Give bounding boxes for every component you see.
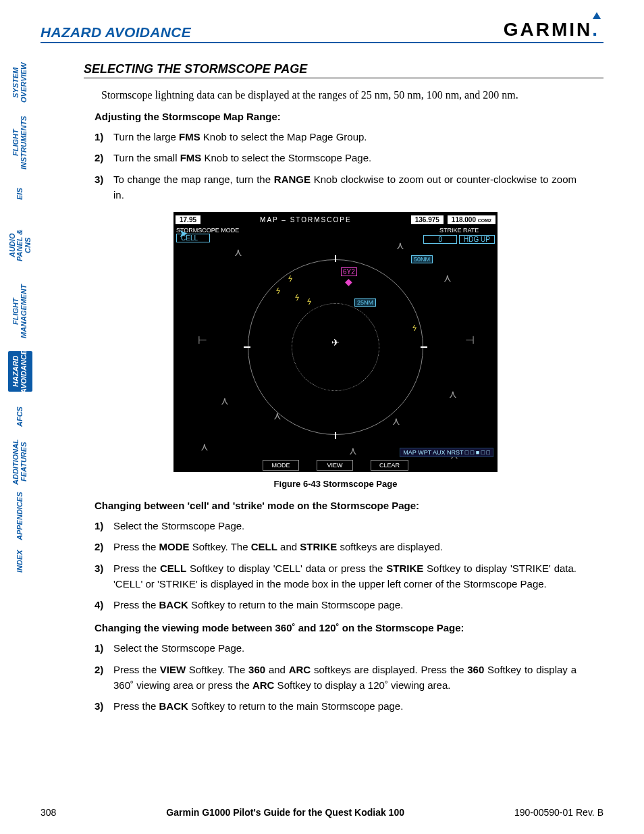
tab-index[interactable]: INDEX <box>8 550 32 573</box>
tab-audio-panel-cns[interactable]: AUDIO PANEL & CNS <box>8 219 32 271</box>
procedure2-steps: 1)Select the Stormscope Page. 2)Press th… <box>95 518 576 613</box>
tab-system-overview[interactable]: SYSTEM OVERVIEW <box>8 62 32 103</box>
procedure1-steps: 1)Turn the large FMS Knob to select the … <box>95 129 576 203</box>
rate-box: STRIKE RATE 0 HDG UP <box>423 227 495 244</box>
footer-title: Garmin G1000 Pilot's Guide for the Quest… <box>166 807 404 818</box>
tab-eis[interactable]: EIS <box>8 182 32 205</box>
heading-icon: ➤ <box>179 227 188 240</box>
page-footer: 308 Garmin G1000 Pilot's Guide for the Q… <box>41 807 603 818</box>
nav-strip: MAP WPT AUX NRST □ □ ■ □ □ <box>400 448 493 457</box>
tab-appendices[interactable]: APPENDICES <box>8 496 32 536</box>
freq-left: 17.95 <box>175 215 201 225</box>
softkey-view[interactable]: VIEW <box>317 460 353 471</box>
freq-right1: 136.975 <box>410 215 444 225</box>
procedure3-title: Changing the viewing mode between 360˚ a… <box>95 622 603 633</box>
procedure2-title: Changing between 'cell' and 'strike' mod… <box>95 500 603 511</box>
range-inner-label: 25NM <box>354 298 376 307</box>
map-title: MAP – STORMSCOPE <box>201 216 410 224</box>
tab-flight-instruments[interactable]: FLIGHT INSTRUMENTS <box>8 116 32 169</box>
section-header: HAZARD AVOIDANCE <box>41 24 191 41</box>
procedure1-title: Adjusting the Stormscope Map Range: <box>95 111 603 122</box>
tab-flight-management[interactable]: FLIGHT MANAGEMENT <box>8 285 32 338</box>
aircraft-icon: ✈ <box>331 337 340 348</box>
stormscope-figure: 17.95 MAP – STORMSCOPE 136.975 118.000 C… <box>173 212 498 472</box>
softkey-mode[interactable]: MODE <box>263 460 299 471</box>
page-number: 308 <box>41 807 56 818</box>
softkey-clear[interactable]: CLEAR <box>371 460 408 471</box>
softkey-row: MODE VIEW CLEAR <box>173 460 498 471</box>
intro-text: Stormscope lightning data can be display… <box>101 89 603 101</box>
tab-afcs[interactable]: AFCS <box>8 405 32 428</box>
side-tabs: SYSTEM OVERVIEWFLIGHT INSTRUMENTSEISAUDI… <box>8 62 32 573</box>
footer-rev: 190-00590-01 Rev. B <box>514 807 603 818</box>
procedure3-steps: 1)Select the Stormscope Page. 2)Press th… <box>95 640 576 714</box>
range-outer-label: 50NM <box>411 255 433 263</box>
figure-caption: Figure 6-43 Stormscope Page <box>274 479 398 489</box>
tab-hazard-avoidance[interactable]: HAZARD AVOIDANCE <box>8 351 32 392</box>
freq-right2: 118.000 COM2 <box>447 215 496 225</box>
garmin-logo: GARMIN. <box>504 19 603 41</box>
page-title: SELECTING THE STORMSCOPE PAGE <box>84 62 603 78</box>
tab-additional-features[interactable]: ADDITIONAL FEATURES <box>8 442 32 482</box>
